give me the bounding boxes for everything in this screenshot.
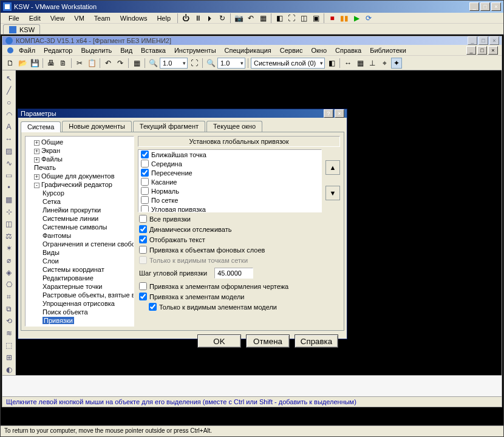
tree-item[interactable]: +Общие	[34, 138, 134, 146]
chk-showtext[interactable]: Отображать текст	[138, 235, 340, 243]
ktb-snapcfg-icon[interactable]: ✦	[391, 58, 402, 69]
menu-edit[interactable]: Edit	[25, 14, 45, 22]
kompas-max-button[interactable]: □	[478, 36, 488, 45]
lt-hatch-icon[interactable]: ▨	[4, 146, 15, 157]
ktb-layers-icon[interactable]: ◧	[326, 58, 337, 69]
tb-sidebar-icon[interactable]: ◧	[274, 13, 285, 24]
chk-decor-input[interactable]	[139, 282, 147, 290]
tree-item[interactable]: Поиск объекта	[43, 308, 134, 316]
chk-all[interactable]: Все привязки	[138, 215, 340, 223]
snap-row[interactable]: По сетке	[138, 195, 321, 205]
lt-misc3-icon[interactable]: ◈	[4, 267, 15, 278]
vm-tab-ksw[interactable]: KSW	[3, 24, 40, 34]
tb-console-icon[interactable]: ▣	[310, 13, 321, 24]
kmenu-service[interactable]: Сервис	[276, 46, 307, 55]
dialog-help-button[interactable]: ?	[324, 109, 333, 118]
snap-row[interactable]: Угловая привязка	[138, 205, 321, 212]
tree-item[interactable]: Сетка	[43, 197, 134, 206]
lt-spline-icon[interactable]: ∿	[4, 158, 15, 169]
tb-manager-icon[interactable]: ▦	[257, 13, 268, 24]
lt-misc7-icon[interactable]: ⟲	[4, 316, 15, 327]
tree-item[interactable]: Виды	[43, 248, 134, 257]
ktb-save-icon[interactable]: 💾	[29, 58, 40, 69]
chk-bglayers[interactable]: Привязка к объектам фоновых слоев	[138, 246, 340, 254]
kmenu-spec[interactable]: Спецификация	[220, 46, 276, 55]
kompas-close-button[interactable]: ×	[489, 36, 499, 45]
ktb-undo-icon[interactable]: ↶	[103, 58, 114, 69]
tree-item[interactable]: Системные линии	[43, 214, 134, 223]
tree-item[interactable]: Ограничения и степени свободы	[43, 240, 134, 248]
tree-item[interactable]: Курсор	[43, 189, 134, 197]
tb-fullscreen-icon[interactable]: ⛶	[286, 13, 297, 24]
tree-item[interactable]: Слои	[43, 257, 134, 265]
lt-misc11-icon[interactable]: ◐	[4, 364, 15, 375]
ktb-zoomfit-icon[interactable]: ⛶	[189, 58, 200, 69]
ktb-snap-icon[interactable]: ⌖	[379, 58, 390, 69]
tree-item[interactable]: Упрощенная отрисовка	[43, 299, 134, 308]
chk-decor[interactable]: Привязка к элементам оформления чертежа	[138, 282, 340, 290]
chk-modelvis[interactable]: Только к видимым элементам модели	[138, 303, 340, 311]
kmenu-window[interactable]: Окно	[307, 46, 331, 55]
tree-item[interactable]: +Общие для документов	[34, 172, 134, 180]
maximize-button[interactable]: □	[480, 2, 490, 11]
lt-line-icon[interactable]: ╱	[4, 85, 15, 96]
lt-misc1-icon[interactable]: ✶	[4, 243, 15, 254]
ktb-redo-icon[interactable]: ↷	[115, 58, 126, 69]
kmenu-libs[interactable]: Библиотеки	[366, 46, 410, 55]
menu-file[interactable]: File	[4, 14, 24, 22]
ktb-preview-icon[interactable]: 🗎	[58, 58, 69, 69]
tb-play-icon[interactable]: ▶	[351, 13, 362, 24]
kmenu-insert[interactable]: Вставка	[137, 46, 170, 55]
chk-bglayers-input[interactable]	[139, 246, 147, 254]
lt-measure-icon[interactable]: ⚖	[4, 231, 15, 242]
ktb-dim-icon[interactable]: ↔	[342, 58, 353, 69]
kmenu-view[interactable]: Вид	[116, 46, 137, 55]
tab-system[interactable]: Система	[21, 121, 61, 132]
chk-all-input[interactable]	[139, 215, 147, 223]
move-up-button[interactable]: ▲	[325, 160, 340, 175]
lt-misc9-icon[interactable]: ⬚	[4, 340, 15, 351]
lt-misc10-icon[interactable]: ⊞	[4, 352, 15, 363]
tb-reset-icon[interactable]: ↻	[217, 13, 228, 24]
ktb-grid2-icon[interactable]: ▦	[355, 58, 366, 69]
snap-checkbox[interactable]	[141, 196, 149, 204]
lt-misc5-icon[interactable]: ⌗	[4, 291, 15, 302]
snap-checkbox[interactable]	[141, 187, 149, 195]
tb-pause-icon[interactable]: ▮▮	[339, 13, 350, 24]
menu-vm[interactable]: VM	[70, 14, 89, 22]
tree-item[interactable]: Редактирование	[43, 274, 134, 282]
kompas-min-button[interactable]: _	[468, 36, 477, 45]
tree-item[interactable]: Растровые объекты, взятые в …	[43, 291, 134, 299]
tree-item[interactable]: Печать	[34, 163, 134, 172]
tree-item[interactable]: Системы координат	[43, 265, 134, 274]
zoom2-combo[interactable]: 1.0	[217, 58, 245, 69]
chk-model-input[interactable]	[139, 293, 147, 300]
minimize-button[interactable]: _	[469, 2, 479, 11]
tb-poweroff-icon[interactable]: ⏻	[180, 13, 191, 24]
close-button[interactable]: ×	[491, 2, 501, 11]
tree-item[interactable]: -Графический редактор	[34, 180, 134, 189]
tree-item[interactable]: +Экран	[34, 146, 134, 155]
help-button[interactable]: Справка	[295, 334, 338, 348]
snap-checkbox[interactable]	[141, 151, 149, 158]
snap-checkbox[interactable]	[141, 169, 149, 177]
ktb-ortho-icon[interactable]: ⊥	[367, 58, 378, 69]
snap-row[interactable]: Касание	[138, 177, 321, 186]
menu-view[interactable]: View	[46, 14, 69, 22]
snap-checkbox[interactable]	[141, 178, 149, 186]
snap-list[interactable]: Ближайшая точкаСерединаПересечениеКасани…	[138, 149, 322, 212]
tb-rec-icon[interactable]: ⟳	[363, 13, 374, 24]
tab-newdocs[interactable]: Новые документы	[62, 121, 132, 132]
snap-row[interactable]: Середина	[138, 159, 321, 168]
lt-select-icon[interactable]: ↖	[4, 73, 15, 84]
ktb-cut-icon[interactable]: ✂	[74, 58, 85, 69]
lt-text-icon[interactable]: A	[4, 121, 15, 132]
lt-arc-icon[interactable]: ◠	[4, 109, 15, 120]
lt-view-icon[interactable]: ◫	[4, 218, 15, 229]
tab-curfrag[interactable]: Текущий фрагмент	[133, 121, 205, 132]
chk-showtext-input[interactable]	[139, 235, 147, 243]
kmenu-select[interactable]: Выделить	[77, 46, 116, 55]
tree-item[interactable]: Линейки прокрутки	[43, 206, 134, 214]
tab-curwin[interactable]: Текущее окно	[206, 121, 262, 132]
kmenu-help[interactable]: Справка	[331, 46, 366, 55]
